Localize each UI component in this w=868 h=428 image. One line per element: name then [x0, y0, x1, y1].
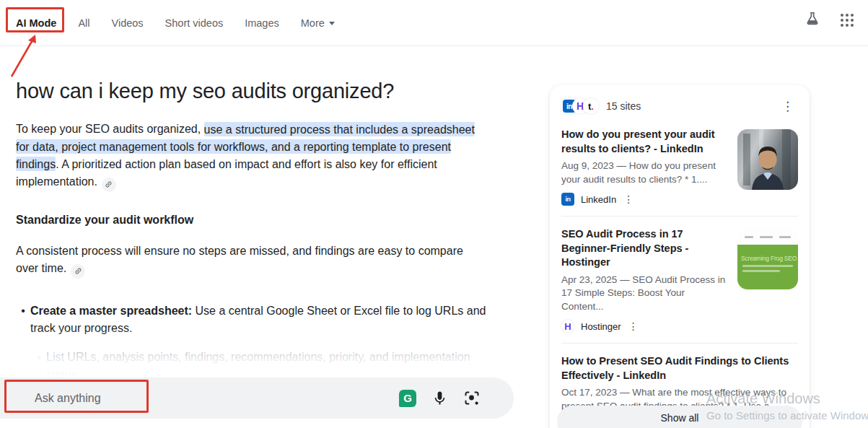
google-apps-icon[interactable] [841, 14, 854, 27]
page-title: how can i keep my seo audits organized? [16, 79, 488, 103]
labs-flask-icon[interactable] [805, 11, 820, 30]
tab-all[interactable]: All [78, 17, 89, 29]
show-all-button[interactable]: Show all [557, 406, 802, 428]
answer-intro-paragraph: To keep your SEO audits organized, use a… [16, 121, 488, 192]
tab-videos[interactable]: Videos [112, 17, 144, 29]
source-site-name: LinkedIn [581, 194, 616, 205]
chevron-down-icon [329, 22, 335, 25]
sources-panel-header: in H t. 15 sites ⋮ [561, 95, 798, 117]
sources-panel: in H t. 15 sites ⋮ How do you present yo… [550, 85, 810, 428]
sites-count-label: 15 sites [606, 100, 641, 112]
citation-link-icon[interactable] [102, 178, 116, 192]
intro-pre: To keep your SEO audits organized, [16, 123, 204, 135]
card-overflow-menu-icon[interactable]: ⋮ [619, 193, 638, 206]
source-site-name: Hostinger [581, 321, 621, 332]
citation-link-icon[interactable] [71, 264, 85, 279]
hostinger-favicon: H [561, 320, 574, 333]
source-card-snippet: Apr 23, 2025 — SEO Audit Process in 17 S… [561, 274, 727, 314]
source-favicon-cluster: in H t. [561, 98, 599, 114]
t-site-favicon: t. [583, 98, 599, 114]
bullet-lead: Create a master spreadsheet: [30, 305, 192, 317]
tab-short-videos[interactable]: Short videos [165, 17, 224, 29]
section-paragraph: A consistent process will ensure no step… [16, 243, 488, 279]
source-card-thumbnail-portrait[interactable] [737, 129, 798, 190]
tab-images[interactable]: Images [245, 17, 279, 29]
t-favicon-dot: . [591, 101, 594, 112]
search-results-toolbar: AI Mode All Videos Short videos Images M… [0, 0, 868, 46]
bottom-fade-overlay [0, 328, 538, 379]
section-heading: Standardize your audit workflow [16, 214, 488, 227]
source-card-snippet: Aug 9, 2023 — How do you present your au… [561, 160, 727, 186]
tab-ai-mode[interactable]: AI Mode [16, 17, 56, 29]
ask-input-placeholder[interactable]: Ask anything [35, 392, 399, 405]
source-card[interactable]: SEO Audit Process in 17 Beginner-Friendl… [561, 216, 798, 343]
results-filter-tabs: AI Mode All Videos Short videos Images M… [0, 17, 335, 29]
thumbnail-caption: Screaming Frog SEO Spider [741, 255, 794, 262]
source-card-thumbnail-screenshot[interactable]: Screaming Frog SEO Spider [737, 229, 798, 289]
google-lens-icon[interactable] [463, 390, 481, 407]
source-card-title[interactable]: How do you present your audit results to… [561, 128, 727, 156]
source-card[interactable]: How do you present your audit results to… [561, 117, 798, 216]
show-all-label: Show all [661, 412, 699, 424]
panel-overflow-menu-icon[interactable]: ⋮ [777, 99, 798, 114]
microphone-icon[interactable] [431, 390, 448, 406]
tab-more-label: More [301, 17, 325, 29]
intro-post: . A prioritized action plan based on imp… [16, 158, 437, 188]
grammarly-icon[interactable]: G [399, 390, 416, 407]
tab-more[interactable]: More [301, 17, 335, 29]
thumbnail-nav-strip [737, 229, 798, 245]
ask-anything-input[interactable]: Ask anything G [0, 377, 514, 419]
source-card-title[interactable]: How to Present SEO Audit Findings to Cli… [561, 354, 798, 383]
source-card-title[interactable]: SEO Audit Process in 17 Beginner-Friendl… [561, 227, 727, 270]
card-overflow-menu-icon[interactable]: ⋮ [624, 320, 643, 333]
linkedin-favicon: in [561, 193, 574, 206]
